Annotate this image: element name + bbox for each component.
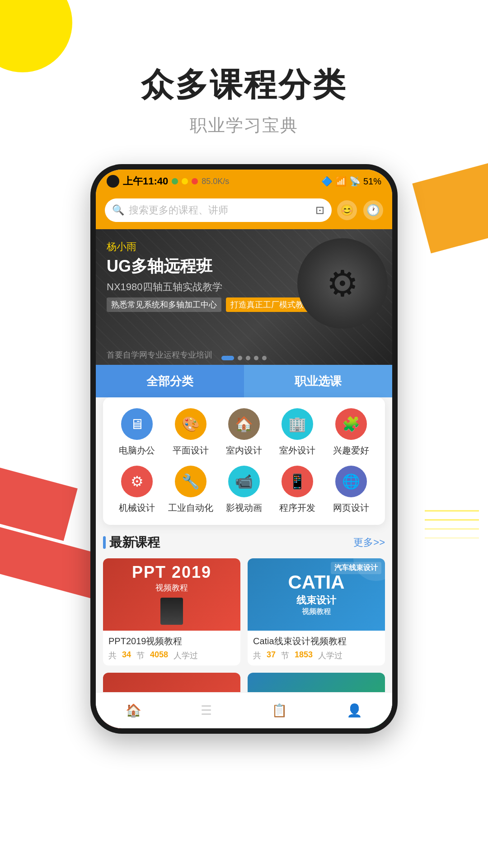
category-icon-3: 🏢 [282, 408, 313, 440]
page-title: 众多课程分类 [0, 63, 488, 107]
phone-mockup: 上午11:40 85.0K/s 🔷 📶 📡 51% 🔍 搜索更多的课程 [90, 164, 398, 752]
banner-content: 杨小雨 UG多轴远程班 NX1980四轴五轴实战教学 熟悉常见系统和多轴加工中心… [107, 240, 316, 312]
course-info-1: Catia线束设计视频教程 共 37 节 1853 人学过 [248, 631, 385, 665]
banner-subtitle: NX1980四轴五轴实战教学 [107, 280, 316, 294]
wifi-icon: 📡 [349, 176, 361, 187]
category-item-4[interactable]: 🧩 兴趣爱好 [324, 408, 378, 457]
category-item-3[interactable]: 🏢 室外设计 [271, 408, 324, 457]
category-label-7: 影视动画 [226, 502, 262, 514]
dot-4[interactable] [254, 356, 258, 360]
course-card-1[interactable]: CATIA 线束设计 视频教程 汽车线束设计 Catia线束设计视频教程 共 3… [248, 558, 385, 665]
category-card: 🖥 电脑办公 🎨 平面设计 🏠 室内设计 🏢 室外设计 🧩 兴趣爱好 ⚙ 机械设… [103, 397, 385, 525]
category-label-6: 工业自动化 [168, 502, 213, 514]
category-icon-1: 🎨 [175, 408, 206, 440]
search-placeholder-text: 搜索更多的课程、讲师 [129, 203, 228, 217]
category-icon-5: ⚙ [121, 466, 153, 497]
category-icon-7: 📹 [228, 466, 260, 497]
nav-item-1[interactable]: ☰ [201, 703, 212, 718]
category-item-8[interactable]: 📱 程序开发 [271, 466, 324, 514]
category-icon-2: 🏠 [228, 408, 260, 440]
category-label-2: 室内设计 [226, 444, 262, 457]
status-dot-red [192, 178, 198, 184]
phone-screen: 上午11:40 85.0K/s 🔷 📶 📡 51% 🔍 搜索更多的课程 [96, 170, 392, 728]
all-category-button[interactable]: 全部分类 [96, 365, 244, 397]
bluetooth-icon: 🔷 [321, 176, 333, 187]
course-name-1: Catia线束设计视频教程 [253, 635, 380, 647]
nav-icon-2: 📋 [272, 703, 287, 718]
bottom-navigation: 🏠☰📋👤 [96, 692, 392, 728]
dot-3[interactable] [246, 356, 250, 360]
main-action-buttons: 全部分类 职业选课 [96, 365, 392, 397]
dot-2[interactable] [238, 356, 242, 360]
machine-cog-icon: ⚙ [326, 263, 359, 305]
status-right: 🔷 📶 📡 51% [321, 176, 381, 187]
banner-tag1: 熟悉常见系统和多轴加工中心 [107, 297, 221, 312]
search-bar-area: 🔍 搜索更多的课程、讲师 ⊡ 😊 🕐 [96, 193, 392, 229]
bg-red-decoration-1 [0, 463, 78, 541]
category-grid: 🖥 电脑办公 🎨 平面设计 🏠 室内设计 🏢 室外设计 🧩 兴趣爱好 ⚙ 机械设… [110, 408, 378, 514]
status-time: 上午11:40 [123, 175, 168, 188]
section-title-bar: 最新课程 [103, 534, 160, 551]
scan-icon[interactable]: ⊡ [315, 204, 324, 217]
banner-dots [221, 356, 267, 360]
nav-icon-3: 👤 [347, 703, 362, 718]
bg-orange-decoration [412, 162, 488, 253]
category-item-9[interactable]: 🌐 网页设计 [324, 466, 378, 514]
clock-icon-button[interactable]: 🕐 [363, 200, 383, 220]
camera-dot [107, 175, 119, 188]
header-section: 众多课程分类 职业学习宝典 [0, 0, 488, 137]
course-card-0[interactable]: PPT 2019 视频教程 PPT2019视频教程 共 34 节 4058 人学… [103, 558, 240, 665]
category-item-1[interactable]: 🎨 平面设计 [164, 408, 217, 457]
category-icon-9: 🌐 [335, 466, 367, 497]
banner-title: UG多轴远程班 [107, 256, 316, 276]
search-input-box[interactable]: 🔍 搜索更多的课程、讲师 ⊡ [105, 198, 332, 222]
category-icon-0: 🖥 [121, 408, 153, 440]
section-title-line [103, 536, 106, 549]
banner-machine-image: ⚙ [297, 238, 388, 329]
nav-item-0[interactable]: 🏠 [126, 703, 141, 718]
section-header: 最新课程 更多>> [103, 534, 385, 551]
category-item-7[interactable]: 📹 影视动画 [217, 466, 271, 514]
bg-yellow-lines-decoration [425, 497, 479, 588]
header-icons: 😊 🕐 [337, 200, 383, 220]
nav-icon-0: 🏠 [126, 703, 141, 718]
category-icon-8: 📱 [282, 466, 313, 497]
category-item-5[interactable]: ⚙ 机械设计 [110, 466, 164, 514]
category-label-5: 机械设计 [119, 502, 155, 514]
course-stats-0: 共 34 节 4058 人学过 [108, 650, 235, 661]
battery-percent: 51% [363, 176, 381, 187]
dot-1[interactable] [221, 356, 234, 360]
nav-item-3[interactable]: 👤 [347, 703, 362, 718]
category-icon-6: 🔧 [175, 466, 206, 497]
nav-icon-1: ☰ [201, 703, 212, 718]
section-title: 最新课程 [109, 534, 160, 551]
nav-item-2[interactable]: 📋 [272, 703, 287, 718]
status-bar: 上午11:40 85.0K/s 🔷 📶 📡 51% [96, 170, 392, 193]
category-item-0[interactable]: 🖥 电脑办公 [110, 408, 164, 457]
catia-badge: 汽车线束设计 [331, 562, 381, 574]
course-info-0: PPT2019视频教程 共 34 节 4058 人学过 [103, 631, 240, 665]
category-icon-4: 🧩 [335, 408, 367, 440]
category-item-6[interactable]: 🔧 工业自动化 [164, 466, 217, 514]
status-dot-green [172, 178, 178, 184]
course-banner[interactable]: 杨小雨 UG多轴远程班 NX1980四轴五轴实战教学 熟悉常见系统和多轴加工中心… [96, 229, 392, 365]
smiley-icon-button[interactable]: 😊 [337, 200, 357, 220]
category-label-1: 平面设计 [173, 444, 209, 457]
category-label-4: 兴趣爱好 [333, 444, 369, 457]
category-item-2[interactable]: 🏠 室内设计 [217, 408, 271, 457]
status-left: 上午11:40 85.0K/s [107, 175, 229, 188]
more-button[interactable]: 更多>> [353, 536, 385, 549]
category-label-3: 室外设计 [279, 444, 315, 457]
banner-bottom-text: 首要自学网专业运程专业培训 [107, 349, 212, 360]
course-name-0: PPT2019视频教程 [108, 635, 235, 647]
search-icon: 🔍 [112, 204, 124, 216]
banner-author: 杨小雨 [107, 240, 316, 254]
course-stats-1: 共 37 节 1853 人学过 [253, 650, 380, 661]
dot-5[interactable] [262, 356, 267, 360]
phone-frame: 上午11:40 85.0K/s 🔷 📶 📡 51% 🔍 搜索更多的课程 [90, 164, 398, 734]
job-select-button[interactable]: 职业选课 [244, 365, 392, 397]
category-label-8: 程序开发 [279, 502, 315, 514]
status-dot-yellow [182, 178, 188, 184]
signal-icon: 📶 [335, 176, 347, 187]
status-speed: 85.0K/s [202, 177, 229, 186]
